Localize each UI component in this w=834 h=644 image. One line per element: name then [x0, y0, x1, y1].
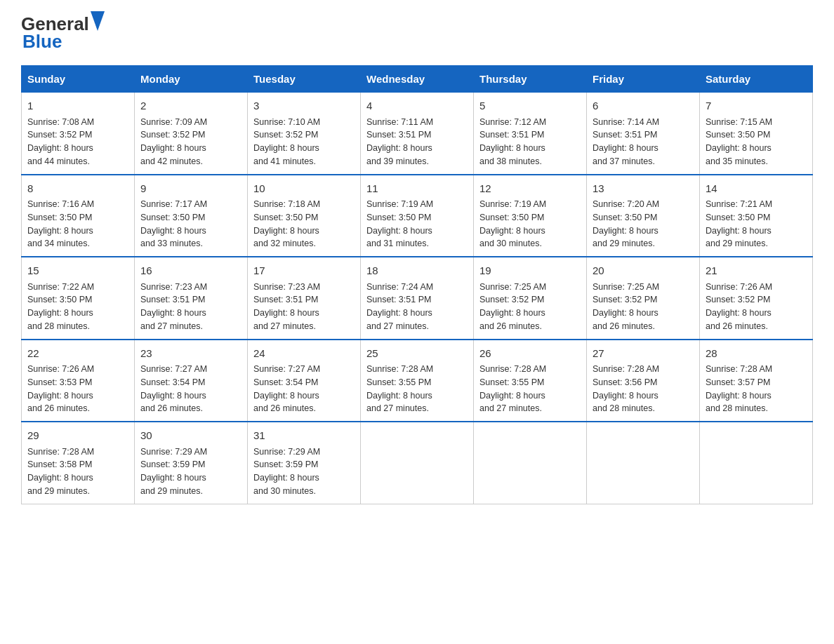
cell-line-1: Sunset: 3:50 PM: [253, 211, 355, 224]
calendar-cell: 23Sunrise: 7:27 AMSunset: 3:54 PMDayligh…: [135, 340, 248, 422]
calendar-cell: 28Sunrise: 7:28 AMSunset: 3:57 PMDayligh…: [700, 340, 813, 422]
cell-line-2: Daylight: 8 hours: [706, 307, 807, 320]
cell-line-0: Sunrise: 7:19 AM: [366, 198, 468, 211]
cell-line-3: and 29 minutes.: [140, 485, 241, 498]
cell-line-1: Sunset: 3:50 PM: [366, 211, 468, 224]
calendar-cell: 15Sunrise: 7:22 AMSunset: 3:50 PMDayligh…: [22, 257, 135, 340]
cell-line-0: Sunrise: 7:17 AM: [140, 198, 241, 211]
day-number: 4: [366, 98, 468, 114]
calendar-cell: 27Sunrise: 7:28 AMSunset: 3:56 PMDayligh…: [587, 340, 700, 422]
cell-line-2: Daylight: 8 hours: [253, 142, 355, 155]
day-number: 29: [27, 428, 128, 444]
cell-line-3: and 30 minutes.: [253, 485, 355, 498]
cell-line-2: Daylight: 8 hours: [479, 142, 581, 155]
calendar-header-row: SundayMondayTuesdayWednesdayThursdayFrid…: [22, 66, 813, 93]
cell-line-2: Daylight: 8 hours: [140, 307, 241, 320]
cell-line-2: Daylight: 8 hours: [593, 224, 694, 238]
cell-line-1: Sunset: 3:52 PM: [27, 128, 128, 142]
cell-line-2: Daylight: 8 hours: [593, 142, 694, 155]
cell-line-1: Sunset: 3:52 PM: [706, 293, 807, 307]
cell-line-1: Sunset: 3:58 PM: [27, 458, 128, 471]
cell-line-2: Daylight: 8 hours: [479, 307, 581, 320]
day-number: 26: [479, 346, 581, 362]
cell-line-3: and 29 minutes.: [593, 237, 694, 250]
col-header-saturday: Saturday: [700, 66, 813, 93]
calendar-cell: 6Sunrise: 7:14 AMSunset: 3:51 PMDaylight…: [587, 93, 700, 175]
cell-line-0: Sunrise: 7:24 AM: [366, 281, 468, 294]
calendar-cell: 24Sunrise: 7:27 AMSunset: 3:54 PMDayligh…: [248, 340, 361, 422]
calendar-cell: 22Sunrise: 7:26 AMSunset: 3:53 PMDayligh…: [22, 340, 135, 422]
cell-line-3: and 38 minutes.: [479, 155, 581, 168]
calendar-cell: 7Sunrise: 7:15 AMSunset: 3:50 PMDaylight…: [700, 93, 813, 175]
cell-line-1: Sunset: 3:52 PM: [140, 128, 241, 142]
cell-line-1: Sunset: 3:50 PM: [706, 211, 807, 224]
day-number: 13: [593, 181, 694, 197]
cell-line-0: Sunrise: 7:21 AM: [706, 198, 807, 211]
day-number: 9: [140, 181, 241, 197]
cell-line-0: Sunrise: 7:10 AM: [253, 116, 355, 129]
cell-line-0: Sunrise: 7:20 AM: [593, 198, 694, 211]
cell-line-2: Daylight: 8 hours: [593, 389, 694, 403]
logo-blue-text: Blue: [22, 32, 62, 52]
calendar-cell: [474, 422, 587, 504]
calendar-cell: 25Sunrise: 7:28 AMSunset: 3:55 PMDayligh…: [361, 340, 474, 422]
cell-line-1: Sunset: 3:54 PM: [253, 376, 355, 389]
cell-line-2: Daylight: 8 hours: [140, 142, 241, 155]
cell-line-3: and 30 minutes.: [479, 237, 581, 250]
cell-line-3: and 41 minutes.: [253, 155, 355, 168]
cell-line-1: Sunset: 3:59 PM: [253, 458, 355, 471]
day-number: 3: [253, 98, 355, 114]
calendar-cell: 11Sunrise: 7:19 AMSunset: 3:50 PMDayligh…: [361, 175, 474, 257]
cell-line-3: and 27 minutes.: [140, 320, 241, 333]
cell-line-2: Daylight: 8 hours: [140, 389, 241, 403]
cell-line-3: and 28 minutes.: [27, 320, 128, 333]
cell-line-1: Sunset: 3:54 PM: [140, 376, 241, 389]
day-number: 12: [479, 181, 581, 197]
day-number: 8: [27, 181, 128, 197]
col-header-wednesday: Wednesday: [361, 66, 474, 93]
cell-line-2: Daylight: 8 hours: [593, 307, 694, 320]
calendar-table: SundayMondayTuesdayWednesdayThursdayFrid…: [21, 65, 813, 504]
calendar-cell: 9Sunrise: 7:17 AMSunset: 3:50 PMDaylight…: [135, 175, 248, 257]
day-number: 18: [366, 263, 468, 279]
logo: General Blue: [21, 14, 105, 51]
calendar-cell: [361, 422, 474, 504]
cell-line-2: Daylight: 8 hours: [140, 471, 241, 485]
calendar-cell: 5Sunrise: 7:12 AMSunset: 3:51 PMDaylight…: [474, 93, 587, 175]
cell-line-1: Sunset: 3:51 PM: [366, 293, 468, 307]
cell-line-0: Sunrise: 7:28 AM: [479, 363, 581, 376]
day-number: 5: [479, 98, 581, 114]
day-number: 7: [706, 98, 807, 114]
day-number: 22: [27, 346, 128, 362]
week-row-5: 29Sunrise: 7:28 AMSunset: 3:58 PMDayligh…: [22, 422, 813, 504]
calendar-cell: 21Sunrise: 7:26 AMSunset: 3:52 PMDayligh…: [700, 257, 813, 340]
cell-line-1: Sunset: 3:51 PM: [366, 128, 468, 142]
week-row-1: 1Sunrise: 7:08 AMSunset: 3:52 PMDaylight…: [22, 93, 813, 175]
cell-line-1: Sunset: 3:52 PM: [253, 128, 355, 142]
week-row-3: 15Sunrise: 7:22 AMSunset: 3:50 PMDayligh…: [22, 257, 813, 340]
calendar-cell: 31Sunrise: 7:29 AMSunset: 3:59 PMDayligh…: [248, 422, 361, 504]
page-header: General Blue: [21, 14, 813, 51]
calendar-cell: 4Sunrise: 7:11 AMSunset: 3:51 PMDaylight…: [361, 93, 474, 175]
cell-line-2: Daylight: 8 hours: [366, 307, 468, 320]
calendar-cell: 18Sunrise: 7:24 AMSunset: 3:51 PMDayligh…: [361, 257, 474, 340]
cell-line-3: and 27 minutes.: [366, 320, 468, 333]
cell-line-3: and 26 minutes.: [593, 320, 694, 333]
cell-line-1: Sunset: 3:51 PM: [593, 128, 694, 142]
cell-line-1: Sunset: 3:57 PM: [706, 376, 807, 389]
week-row-4: 22Sunrise: 7:26 AMSunset: 3:53 PMDayligh…: [22, 340, 813, 422]
col-header-thursday: Thursday: [474, 66, 587, 93]
cell-line-1: Sunset: 3:56 PM: [593, 376, 694, 389]
cell-line-3: and 27 minutes.: [253, 320, 355, 333]
cell-line-2: Daylight: 8 hours: [27, 471, 128, 485]
cell-line-0: Sunrise: 7:28 AM: [593, 363, 694, 376]
cell-line-2: Daylight: 8 hours: [706, 224, 807, 238]
col-header-friday: Friday: [587, 66, 700, 93]
cell-line-1: Sunset: 3:53 PM: [27, 376, 128, 389]
cell-line-0: Sunrise: 7:18 AM: [253, 198, 355, 211]
calendar-cell: 13Sunrise: 7:20 AMSunset: 3:50 PMDayligh…: [587, 175, 700, 257]
day-number: 6: [593, 98, 694, 114]
cell-line-1: Sunset: 3:50 PM: [27, 293, 128, 307]
cell-line-0: Sunrise: 7:23 AM: [253, 281, 355, 294]
cell-line-0: Sunrise: 7:16 AM: [27, 198, 128, 211]
